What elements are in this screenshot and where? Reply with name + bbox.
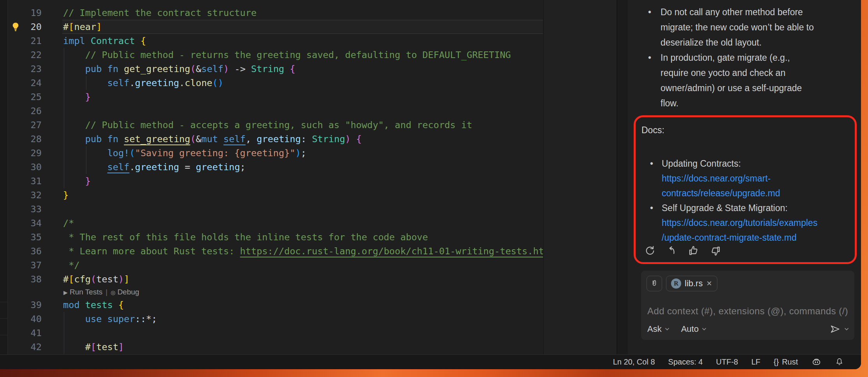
- docs-list-item: •Self Upgrade & State Migration:https://…: [641, 201, 850, 245]
- docs-item-label: Self Upgrade & State Migration:: [662, 201, 850, 215]
- code-line: // Public method - accepts a greeting, s…: [63, 118, 472, 132]
- bullet-icon: •: [648, 5, 651, 20]
- code-token: &: [196, 134, 201, 144]
- thumbs-up-icon[interactable]: [687, 245, 700, 257]
- send-plane-icon: [831, 326, 839, 332]
- context-chip-librs[interactable]: R lib.rs ✕: [666, 276, 717, 291]
- code-token: [63, 314, 85, 324]
- code-token: fn: [107, 134, 118, 144]
- code-line: use super::*;: [63, 312, 157, 326]
- code-token: // Public method - returns the greeting …: [63, 49, 511, 60]
- code-line: // Implement the contract structure: [63, 6, 257, 20]
- model-dropdown-auto[interactable]: Auto: [681, 324, 706, 334]
- code-link[interactable]: https://doc.rust-lang.org/book/ch11-01-w…: [240, 246, 544, 257]
- line-number: 29: [12, 146, 42, 160]
- code-editor[interactable]: 1920212223242526272829303132333435363738…: [0, 0, 544, 354]
- mode-dropdown-ask[interactable]: Ask: [647, 324, 669, 334]
- code-line: pub fn set_greeting(&mut self, greeting:…: [63, 132, 362, 146]
- indent-guide: [64, 104, 64, 118]
- status-indentation[interactable]: Spaces: 4: [668, 358, 703, 366]
- chip-close-icon[interactable]: ✕: [706, 279, 712, 288]
- code-token: mut: [201, 134, 218, 144]
- code-token: * Learn more about Rust tests:: [63, 246, 240, 257]
- context-chip-label: lib.rs: [685, 278, 703, 289]
- code-token: [102, 134, 107, 144]
- code-token: (: [129, 148, 135, 159]
- code-token: ): [223, 63, 229, 74]
- code-token: super: [107, 314, 135, 324]
- docs-link[interactable]: https://docs.near.org/smart-: [662, 171, 850, 186]
- code-token: self: [107, 162, 130, 173]
- line-number: 34: [12, 216, 42, 230]
- docs-link[interactable]: /update-contract-migrate-state.md: [662, 230, 850, 245]
- docs-list-item: •Updating Contracts:https://docs.near.or…: [641, 156, 850, 201]
- code-token: greeting: [196, 162, 240, 173]
- code-line: }: [63, 90, 91, 104]
- notifications-bell-icon[interactable]: [835, 358, 844, 366]
- codelens-debug[interactable]: Debug: [118, 288, 139, 296]
- copilot-icon[interactable]: [811, 357, 822, 367]
- code-token: [102, 63, 107, 74]
- minimap[interactable]: [544, 0, 617, 354]
- line-number: 39: [12, 298, 42, 312]
- code-token: [135, 35, 141, 46]
- code-token: [63, 148, 107, 159]
- attach-paperclip-icon[interactable]: [647, 276, 662, 291]
- code-token: */: [63, 260, 80, 271]
- code-token: /*: [63, 218, 74, 229]
- status-language[interactable]: {} Rust: [774, 358, 798, 366]
- chat-composer[interactable]: R lib.rs ✕ Add context (#), extensions (…: [641, 271, 854, 340]
- line-number: 32: [12, 188, 42, 202]
- docs-link[interactable]: contracts/release/upgrade.md: [662, 186, 850, 201]
- debug-icon[interactable]: ◎: [111, 289, 115, 296]
- code-token: [: [91, 342, 96, 352]
- code-token: (: [190, 63, 196, 74]
- code-token: [218, 134, 223, 144]
- code-token: ;: [301, 148, 306, 159]
- thumbs-down-icon[interactable]: [709, 245, 722, 257]
- status-eol[interactable]: LF: [751, 358, 760, 366]
- line-number: 38: [12, 272, 42, 286]
- code-token: [: [69, 21, 74, 32]
- run-tests-play-icon[interactable]: ▶: [63, 289, 68, 296]
- code-token: &: [196, 63, 201, 74]
- retry-icon[interactable]: [644, 245, 656, 257]
- code-token: :: [301, 134, 312, 144]
- code-token: [284, 63, 290, 74]
- bullet-icon: •: [648, 50, 651, 65]
- send-button[interactable]: [829, 324, 849, 335]
- code-token: greeting: [135, 78, 179, 88]
- code-token: greeting: [135, 162, 179, 173]
- status-encoding[interactable]: UTF-8: [716, 358, 738, 366]
- undo-icon[interactable]: [666, 245, 678, 257]
- line-number: 37: [12, 258, 42, 272]
- code-line: log!("Saving greeting: {greeting}");: [63, 146, 306, 160]
- code-token: greeting: [257, 134, 301, 144]
- code-token: tests: [85, 299, 113, 310]
- code-line: #[near]: [63, 20, 102, 34]
- panel-sash[interactable]: [617, 0, 628, 354]
- code-token: fn: [107, 63, 118, 74]
- bullet-icon: •: [650, 201, 653, 215]
- code-token: ): [295, 148, 301, 159]
- line-number: 24: [12, 76, 42, 90]
- codelens-run-tests[interactable]: Run Tests: [70, 288, 102, 296]
- code-token: mod: [63, 299, 80, 310]
- code-token: [: [69, 274, 74, 285]
- code-token: pub: [85, 134, 102, 144]
- code-line: impl Contract {: [63, 34, 146, 48]
- current-line-highlight: [62, 20, 544, 34]
- code-token: [63, 63, 85, 74]
- bullet-text-line: owner/admin) or use a self-upgrade: [661, 81, 814, 96]
- code-token: clone: [185, 78, 213, 88]
- composer-toolbar: Ask Auto: [647, 323, 849, 335]
- docs-link[interactable]: https://docs.near.org/tutorials/examples: [662, 215, 850, 230]
- bullet-text-line: In production, gate migrate (e.g.,: [661, 50, 814, 65]
- line-number: 22: [12, 48, 42, 62]
- chat-input[interactable]: Add context (#), extensions (@), command…: [647, 305, 850, 317]
- chat-message-bullets: •Do not call any other method beforemigr…: [643, 5, 814, 111]
- chat-panel: •Do not call any other method beforemigr…: [628, 0, 861, 354]
- code-token: {: [356, 134, 362, 144]
- list-item: •In production, gate migrate (e.g.,requi…: [643, 50, 814, 111]
- status-cursor-position[interactable]: Ln 20, Col 8: [613, 358, 655, 366]
